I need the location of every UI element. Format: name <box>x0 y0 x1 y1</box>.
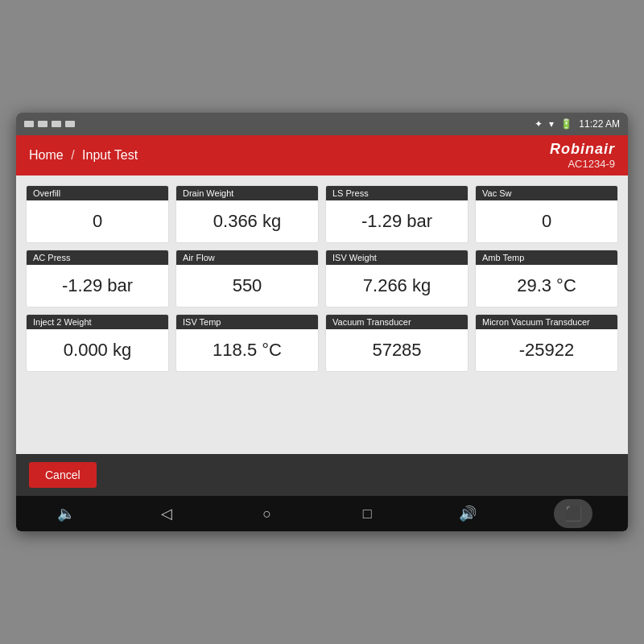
card-vacuum-transducer: Vacuum Transducer 57285 <box>325 314 469 372</box>
bluetooth-icon: ✦ <box>535 118 543 130</box>
brand-model: AC1234-9 <box>550 158 615 170</box>
card-inject2-weight: Inject 2 Weight 0.000 kg <box>26 314 169 372</box>
status-right: ✦ ▾ 🔋 11:22 AM <box>535 118 620 130</box>
value-inject2-weight: 0.000 kg <box>27 329 168 371</box>
card-air-flow: Air Flow 550 <box>175 250 319 308</box>
label-ls-press: LS Press <box>326 186 468 200</box>
app-header: Home / Input Test Robinair AC1234-9 <box>16 135 628 175</box>
home-link[interactable]: Home <box>29 148 64 162</box>
value-ls-press: -1.29 bar <box>326 200 468 242</box>
card-vac-sw: Vac Sw 0 <box>475 185 618 243</box>
card-drain-weight: Drain Weight 0.366 kg <box>175 185 319 243</box>
brand-block: Robinair AC1234-9 <box>550 141 615 170</box>
main-content: Overfill 0 Drain Weight 0.366 kg LS Pres… <box>16 175 628 454</box>
label-vacuum-transducer: Vacuum Transducer <box>326 315 468 329</box>
card-ls-press: LS Press -1.29 bar <box>325 185 469 243</box>
footer: Cancel <box>16 454 628 496</box>
label-vac-sw: Vac Sw <box>476 186 617 200</box>
card-amb-temp: Amb Temp 29.3 °C <box>475 250 618 308</box>
label-overfill: Overfill <box>27 186 168 200</box>
volume-up-icon[interactable]: 🔊 <box>453 499 482 528</box>
label-drain-weight: Drain Weight <box>176 186 318 200</box>
label-amb-temp: Amb Temp <box>476 250 617 265</box>
label-isv-temp: ISV Temp <box>176 315 318 329</box>
time-display: 11:22 AM <box>579 118 620 130</box>
value-ac-press: -1.29 bar <box>27 265 168 307</box>
value-overfill: 0 <box>27 200 168 242</box>
value-micron-vacuum: -25922 <box>476 329 617 371</box>
card-isv-weight: ISV Weight 7.266 kg <box>325 250 469 308</box>
usb-icon <box>65 121 75 127</box>
volume-down-icon[interactable]: 🔈 <box>52 499 80 528</box>
battery-icon: 🔋 <box>560 118 572 130</box>
value-drain-weight: 0.366 kg <box>176 200 318 242</box>
current-page: Input Test <box>82 148 138 162</box>
value-vac-sw: 0 <box>476 200 617 242</box>
back-icon[interactable]: ◁ <box>152 499 181 528</box>
screenshot-icon[interactable]: ⬛ <box>554 499 592 528</box>
breadcrumb: Home / Input Test <box>29 148 138 163</box>
home-icon[interactable]: ○ <box>253 499 282 528</box>
value-air-flow: 550 <box>176 265 318 307</box>
sensor-row-2: AC Press -1.29 bar Air Flow 550 ISV Weig… <box>26 250 618 308</box>
sensor-row-3: Inject 2 Weight 0.000 kg ISV Temp 118.5 … <box>26 314 618 372</box>
card-micron-vacuum: Micron Vacuum Transducer -25922 <box>475 314 618 372</box>
sensor-row-1: Overfill 0 Drain Weight 0.366 kg LS Pres… <box>26 185 618 243</box>
status-bar: ✦ ▾ 🔋 11:22 AM <box>16 113 628 135</box>
label-air-flow: Air Flow <box>176 250 318 265</box>
label-micron-vacuum: Micron Vacuum Transducer <box>476 315 617 329</box>
label-ac-press: AC Press <box>27 250 168 265</box>
nav-bar: 🔈 ◁ ○ □ 🔊 ⬛ <box>16 496 628 531</box>
battery-small-icon <box>38 121 47 127</box>
wifi-status-icon: ▾ <box>549 118 554 130</box>
value-vacuum-transducer: 57285 <box>326 329 468 371</box>
tablet-frame: ✦ ▾ 🔋 11:22 AM Home / Input Test Robinai… <box>16 113 628 531</box>
card-overfill: Overfill 0 <box>26 185 169 243</box>
brand-name: Robinair <box>550 141 615 158</box>
wifi-icon <box>24 121 34 127</box>
label-inject2-weight: Inject 2 Weight <box>27 315 168 329</box>
card-ac-press: AC Press -1.29 bar <box>26 250 169 308</box>
recents-icon[interactable]: □ <box>353 499 382 528</box>
signal-icon <box>52 121 61 127</box>
card-isv-temp: ISV Temp 118.5 °C <box>175 314 319 372</box>
value-isv-temp: 118.5 °C <box>176 329 318 371</box>
breadcrumb-separator: / <box>71 148 74 162</box>
value-amb-temp: 29.3 °C <box>476 265 617 307</box>
status-left-icons <box>24 121 75 127</box>
cancel-button[interactable]: Cancel <box>29 462 97 488</box>
label-isv-weight: ISV Weight <box>326 250 468 265</box>
value-isv-weight: 7.266 kg <box>326 265 468 307</box>
